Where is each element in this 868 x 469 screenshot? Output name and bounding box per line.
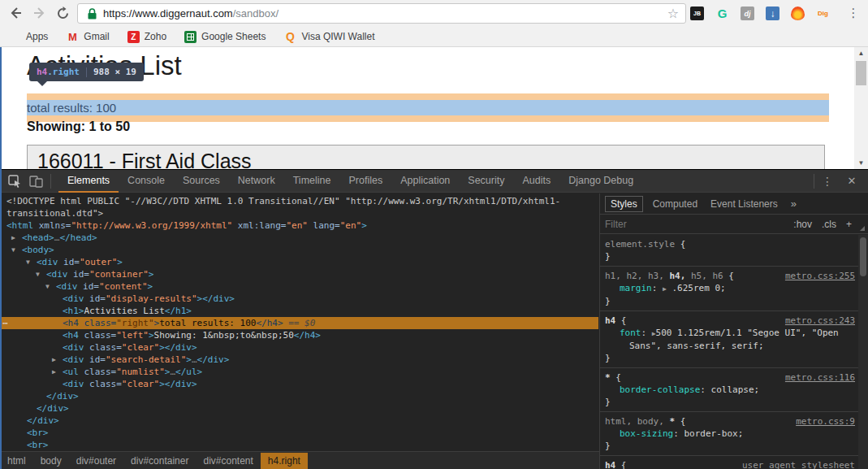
stylesheet-link[interactable]: metro.css:255: [785, 270, 855, 282]
devtools-tab-timeline[interactable]: Timeline: [284, 170, 340, 193]
toggle-element-state[interactable]: :hov: [793, 219, 812, 230]
rule-selector[interactable]: html, body, * {: [605, 415, 685, 428]
bookmark-star-icon[interactable]: ☆: [667, 6, 679, 21]
scroll-up-icon[interactable]: ▲: [854, 47, 868, 59]
rule-selector[interactable]: h1, h2, h3, h4, h5, h6 {: [605, 270, 734, 282]
add-class[interactable]: .cls: [822, 219, 836, 230]
dom-row[interactable]: ▶<div id="search-detail">…</div>: [0, 354, 598, 366]
breadcrumb-item[interactable]: div#outer: [69, 453, 123, 469]
devtools-tab-audits[interactable]: Audits: [513, 170, 559, 193]
bookmark-item[interactable]: QVisa QIWI Wallet: [283, 30, 374, 43]
dom-row[interactable]: <div id="display-results"></div>: [0, 293, 598, 305]
scrollbar-thumb[interactable]: [856, 61, 866, 85]
rule-selector[interactable]: * {: [605, 371, 621, 384]
reload-icon[interactable]: [54, 4, 71, 22]
devtools-tab-application[interactable]: Application: [391, 170, 459, 193]
dom-row[interactable]: <!DOCTYPE html PUBLIC "-//W3C//DTD XHTML…: [0, 195, 598, 207]
styles-filter-input[interactable]: [605, 219, 727, 230]
collapse-icon[interactable]: ▼: [11, 244, 15, 256]
scroll-down-icon[interactable]: ▼: [854, 157, 868, 169]
dom-row[interactable]: <h4 class="left">Showing: 1&nbsp;to&nbsp…: [0, 329, 598, 341]
css-property[interactable]: box-sizing: border-box;: [605, 428, 855, 440]
bookmark-item[interactable]: Google Sheets: [184, 31, 266, 43]
back-icon[interactable]: [6, 4, 24, 22]
dom-row[interactable]: ▼<div id="outer">: [0, 256, 598, 268]
breadcrumb-item[interactable]: body: [33, 453, 69, 469]
styles-scrollbar[interactable]: [858, 235, 868, 469]
dom-row[interactable]: <br>: [0, 427, 598, 439]
expand-icon[interactable]: ▶: [11, 232, 15, 244]
rule-selector[interactable]: element.style {: [605, 238, 685, 250]
styles-sidebar: StylesComputedEvent Listeners» :hov.cls+…: [599, 193, 868, 469]
dom-row[interactable]: <div class="clear"></div>: [0, 378, 598, 390]
toolbar-divider-right: [814, 174, 814, 189]
jetbrains-toolbox-extension-icon[interactable]: JB: [690, 7, 704, 20]
css-rule: h4 {metro.css:243font: ▶500 1.125rem/1.1…: [600, 311, 858, 368]
dom-row[interactable]: </div>: [0, 390, 598, 402]
dom-row[interactable]: ▶<ul class="numlist">…</ul>: [0, 366, 598, 378]
dom-row[interactable]: <html xmlns="http://www.w3.org/1999/xhtm…: [0, 219, 598, 232]
bookmark-item[interactable]: ZZoho: [127, 31, 166, 43]
devtools-menu-icon[interactable]: ⋮: [819, 170, 836, 192]
grammarly-extension-icon[interactable]: G: [715, 7, 729, 20]
dom-row[interactable]: </div>: [0, 402, 598, 415]
devtools-tab-django-debug[interactable]: Django Debug: [559, 170, 642, 193]
expand-icon[interactable]: ▶: [52, 354, 56, 366]
dom-row[interactable]: ▼<div id="container">: [0, 268, 598, 280]
styles-tab-computed[interactable]: Computed: [653, 198, 697, 210]
dom-row[interactable]: <div class="clear"></div>: [0, 341, 598, 354]
bookmark-item[interactable]: MGmail: [66, 30, 109, 43]
breadcrumb-item[interactable]: h4.right: [261, 453, 308, 469]
stylesheet-link[interactable]: metro.css:243: [785, 315, 855, 327]
rule-selector[interactable]: h4 {: [605, 315, 627, 327]
secure-lock-icon[interactable]: [88, 8, 97, 20]
css-property[interactable]: border-collapse: collapse;: [605, 384, 855, 396]
dom-row[interactable]: ▼<body>: [0, 244, 598, 256]
expand-icon[interactable]: ▶: [52, 366, 56, 378]
devtools-tab-profiles[interactable]: Profiles: [339, 170, 391, 193]
stylesheet-link[interactable]: metro.css:9: [796, 415, 855, 428]
dom-row[interactable]: <br>: [0, 439, 598, 451]
dom-row[interactable]: ▶<head>…</head>: [0, 232, 598, 244]
css-property[interactable]: font: ▶500 1.125rem/1.1 "Segoe UI", "Ope…: [605, 327, 855, 352]
dom-row[interactable]: <h1>Activities List</h1>: [0, 305, 598, 317]
inspect-element-icon[interactable]: [8, 175, 21, 188]
apps-shortcut[interactable]: Apps: [8, 30, 48, 43]
total-results-text: total results: 100: [27, 101, 116, 115]
diggernaut-extension-icon[interactable]: Dig: [816, 7, 830, 20]
styles-scrollbar-thumb[interactable]: [860, 237, 866, 276]
breadcrumb-item[interactable]: div#content: [196, 453, 260, 469]
new-style-rule[interactable]: +: [846, 219, 852, 230]
dom-row[interactable]: </div>: [0, 415, 598, 427]
more-actions-icon[interactable]: ⋯: [2, 317, 9, 329]
devtools-tab-elements[interactable]: Elements: [58, 170, 119, 193]
resize-corner-icon[interactable]: [860, 226, 865, 231]
collapse-icon[interactable]: ▼: [36, 268, 40, 280]
styles-tab-styles[interactable]: Styles: [605, 196, 643, 212]
dom-row[interactable]: ▼<div id="content">: [0, 280, 598, 293]
page-scrollbar[interactable]: ▲ ▼: [854, 47, 868, 169]
django-extension-icon[interactable]: dj: [741, 7, 754, 20]
breadcrumb-item[interactable]: html: [0, 453, 33, 469]
more-tabs-icon[interactable]: »: [791, 198, 797, 210]
address-bar[interactable]: https://www.diggernaut.com/sandbox/ ☆: [77, 3, 686, 24]
collapse-icon[interactable]: ▼: [45, 280, 50, 293]
rule-selector[interactable]: h4 {: [605, 459, 627, 469]
save-arrow-extension-icon[interactable]: ↓: [766, 7, 779, 20]
styles-tab-event-listeners[interactable]: Event Listeners: [710, 198, 778, 210]
stylesheet-link[interactable]: metro.css:116: [785, 371, 855, 384]
css-property[interactable]: margin: ▶ .625rem 0;: [605, 282, 855, 295]
devtools-tab-console[interactable]: Console: [119, 170, 174, 193]
devtools-tab-network[interactable]: Network: [229, 170, 284, 193]
frigate-extension-icon[interactable]: [791, 7, 805, 20]
collapse-icon[interactable]: ▼: [26, 256, 30, 268]
chrome-menu-icon[interactable]: ⋮: [845, 4, 862, 22]
dom-row[interactable]: ⋯<h4 class="right">total results: 100</h…: [0, 317, 598, 329]
devtools-close-icon[interactable]: ✕: [844, 170, 860, 192]
breadcrumb-item[interactable]: div#container: [123, 453, 196, 469]
dom-row[interactable]: transitional.dtd">: [0, 207, 598, 219]
device-toolbar-icon[interactable]: [29, 175, 43, 188]
devtools-tab-sources[interactable]: Sources: [174, 170, 229, 193]
devtools-tab-security[interactable]: Security: [459, 170, 513, 193]
forward-icon[interactable]: [31, 4, 49, 22]
